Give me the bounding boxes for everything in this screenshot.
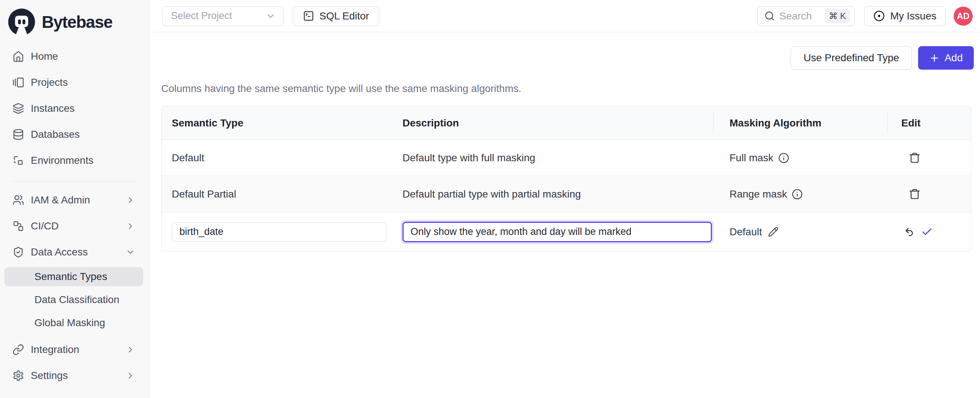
column-header-description: Description [392, 106, 713, 140]
semantic-type-description-input[interactable] [402, 222, 712, 242]
masking-algorithm-value: Full mask [730, 152, 773, 164]
column-header-semantic-type: Semantic Type [162, 106, 392, 140]
sidebar-item-label: Home [31, 51, 58, 62]
column-header-masking-algorithm: Masking Algorithm [713, 106, 887, 140]
sidebar-item-label: Integration [31, 344, 79, 355]
table-row: Default Default type with full masking F… [162, 140, 971, 176]
sidebar-item-home[interactable]: Home [0, 43, 149, 69]
trash-icon[interactable] [908, 188, 921, 200]
table-row-editing: Default [162, 213, 971, 251]
actions-row: Use Predefined Type Add [150, 32, 980, 70]
chevron-down-icon [266, 11, 276, 21]
sidebar: Bytebase Home Projects Instances Databas… [0, 0, 150, 398]
sidebar-item-environments[interactable]: Environments [0, 147, 149, 173]
chevron-right-icon [126, 371, 135, 380]
sidebar-item-global-masking[interactable]: Global Masking [5, 313, 143, 332]
workflow-icon [13, 220, 24, 232]
page-description: Columns having the same semantic type wi… [161, 83, 980, 94]
sidebar-item-label: Data Classification [34, 294, 119, 306]
trash-icon[interactable] [908, 152, 921, 164]
description-cell: Default type with full masking [392, 140, 713, 176]
database-icon [13, 129, 24, 141]
sidebar-item-label: Databases [31, 129, 80, 141]
content: Use Predefined Type Add Columns having t… [150, 32, 980, 251]
semantic-type-cell: Default Partial [162, 176, 392, 212]
environments-icon [13, 155, 24, 166]
app-root: Bytebase Home Projects Instances Databas… [0, 0, 980, 398]
sidebar-item-label: IAM & Admin [31, 194, 90, 206]
sidebar-item-semantic-types[interactable]: Semantic Types [5, 267, 143, 286]
use-predefined-type-button[interactable]: Use Predefined Type [791, 46, 912, 70]
sidebar-item-data-access[interactable]: Data Access [0, 239, 149, 265]
chevron-down-icon [126, 248, 135, 257]
brand-logo[interactable]: Bytebase [0, 0, 149, 38]
masking-algorithm-value: Default [730, 226, 762, 238]
check-icon[interactable] [921, 226, 933, 238]
shield-check-icon [13, 246, 24, 258]
sidebar-bottom-group: Integration Settings [0, 336, 149, 388]
semantic-types-table: Semantic Type Description Masking Algori… [161, 106, 971, 251]
my-issues-label: My Issues [890, 10, 936, 22]
gear-icon [13, 370, 24, 382]
add-button[interactable]: Add [918, 46, 974, 70]
sidebar-divider [13, 181, 137, 182]
sidebar-item-data-classification[interactable]: Data Classification [5, 290, 143, 309]
sidebar-item-label: Data Access [31, 246, 88, 258]
sidebar-item-label: Instances [31, 102, 75, 114]
chevron-right-icon [126, 345, 135, 354]
pencil-icon[interactable] [768, 227, 779, 237]
terminal-icon [303, 10, 314, 22]
main-area: Select Project SQL Editor Search ⌘ K My … [150, 0, 980, 398]
semantic-type-cell: Default [162, 140, 392, 176]
sql-editor-label: SQL Editor [319, 10, 369, 22]
sidebar-item-settings[interactable]: Settings [0, 363, 149, 388]
search-icon [764, 11, 775, 21]
home-icon [13, 51, 24, 62]
layers-icon [13, 102, 24, 114]
sidebar-item-label: Semantic Types [34, 271, 107, 283]
info-icon[interactable] [778, 152, 789, 163]
table-header-row: Semantic Type Description Masking Algori… [162, 106, 971, 140]
project-select-placeholder: Select Project [171, 10, 232, 22]
search-placeholder: Search [779, 10, 812, 22]
sidebar-item-integration[interactable]: Integration [0, 336, 149, 363]
undo-icon[interactable] [904, 227, 915, 238]
info-icon[interactable] [792, 189, 803, 200]
sidebar-item-cicd[interactable]: CI/CD [0, 213, 149, 239]
sidebar-item-label: Projects [31, 77, 68, 88]
data-access-submenu: Semantic Types Data Classification Globa… [0, 267, 149, 332]
sidebar-item-instances[interactable]: Instances [0, 95, 149, 121]
projects-icon [13, 77, 24, 88]
brand-name: Bytebase [42, 12, 113, 32]
link-icon [13, 344, 24, 355]
sidebar-item-projects[interactable]: Projects [0, 69, 149, 95]
avatar[interactable]: AD [954, 6, 973, 26]
sidebar-item-databases[interactable]: Databases [0, 121, 149, 147]
bytebase-robot-icon [7, 8, 36, 36]
chevron-right-icon [126, 221, 135, 231]
topbar: Select Project SQL Editor Search ⌘ K My … [150, 0, 980, 32]
column-header-edit: Edit [887, 106, 971, 140]
search-input[interactable]: Search ⌘ K [757, 6, 855, 26]
semantic-type-name-input[interactable] [172, 222, 387, 241]
circle-dot-icon [873, 10, 885, 22]
add-button-label: Add [945, 52, 963, 64]
users-icon [13, 194, 24, 206]
sidebar-item-label: Settings [31, 370, 68, 382]
table-row: Default Partial Default partial type wit… [162, 176, 971, 213]
sidebar-item-label: CI/CD [31, 220, 59, 232]
sidebar-item-iam-admin[interactable]: IAM & Admin [0, 187, 149, 213]
chevron-right-icon [126, 195, 135, 205]
my-issues-button[interactable]: My Issues [864, 6, 946, 26]
sidebar-nav: Home Projects Instances Databases Enviro… [0, 43, 149, 388]
project-select[interactable]: Select Project [162, 6, 283, 26]
sql-editor-button[interactable]: SQL Editor [293, 6, 379, 26]
sidebar-item-label: Global Masking [34, 317, 105, 329]
masking-algorithm-value: Range mask [730, 189, 787, 200]
search-shortcut-badge: ⌘ K [825, 9, 850, 23]
plus-icon [929, 53, 940, 63]
sidebar-item-label: Environments [31, 155, 93, 166]
description-cell: Default partial type with partial maskin… [392, 176, 713, 212]
